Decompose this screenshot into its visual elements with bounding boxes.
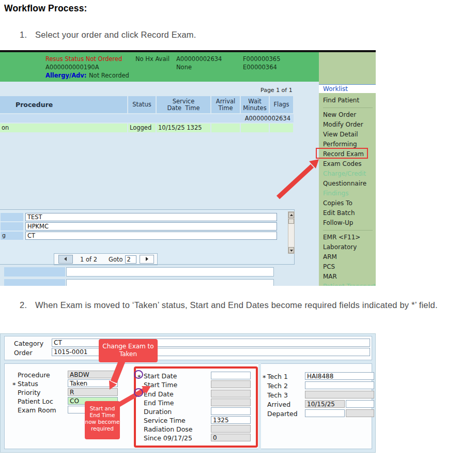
status-label: Status [18,380,38,388]
cell-arrival [211,124,240,132]
panel-divider [258,363,261,449]
scroll-down-icon[interactable] [288,247,294,253]
record-exam-highlight-box [316,148,368,159]
goto-input[interactable]: 2 [125,255,136,264]
lower-field-2[interactable] [66,279,274,286]
sidebar-item-laboratory[interactable]: Laboratory [319,242,376,252]
screenshot-worklist: Resus Status Not Ordered No Hx Avail A00… [0,50,376,286]
field-label [1,222,23,231]
prev-page-button[interactable] [58,255,73,264]
status-field[interactable]: Taken [68,379,118,387]
scroll-up-icon[interactable] [288,212,294,218]
sidebar-item-worklist[interactable]: Worklist [319,84,376,93]
required-fields-highlight-box [134,366,258,448]
next-page-button[interactable] [140,255,154,264]
column-status[interactable]: Status [128,96,156,113]
account-number: A00000002634 [176,55,222,63]
required-circle-end-date [134,388,143,397]
sidebar-item-mar[interactable]: MAR [319,272,376,282]
detail-field-1[interactable]: TEST [25,213,277,221]
departed-time-field [346,409,374,417]
account-group-row: A00000002634 [0,114,294,122]
page-indicator: Page 1 of 1 [260,87,293,94]
sidebar-item-arm[interactable]: ARM [319,252,376,262]
step-1-text: Select your order and click Record Exam. [35,28,476,41]
f-number: F000000365 [243,55,280,63]
column-procedure[interactable]: Procedure [0,96,127,113]
sidebar-item-patient-transport: Patient Transport [319,282,376,286]
required-marker: * [263,374,266,381]
callout-change-exam-to-taken: Change Exam to Taken [99,339,158,362]
priority-label: Priority [18,389,41,396]
none-value: None [176,64,192,71]
departed-label: Departed [267,410,298,418]
procedure-label: Procedure [18,371,50,379]
sidebar-item-follow-up[interactable]: Follow-Up [319,218,376,228]
sidebar-item-charge-credit: Charge/Credit [319,169,376,179]
cell-wait [241,124,269,132]
field-label [1,213,23,221]
sidebar-item-modify-order[interactable]: Modify Order [319,120,376,130]
exam-room-label: Exam Room [18,406,56,414]
cell-procedure: on [0,124,127,132]
tech2-field[interactable] [305,381,374,389]
allergy-label: Allergy/Adv: [45,72,86,79]
sidebar-divider [319,228,376,233]
left-triangle-icon [64,257,67,261]
sidebar-item-exam-codes[interactable]: Exam Codes [319,159,376,169]
cell-status: Logged [128,124,156,132]
column-wait-minutes[interactable]: WaitMinutes [241,96,269,113]
priority-field: R [68,388,118,396]
vertical-scrollbar[interactable] [288,211,295,254]
sidebar-item-new-order[interactable]: New Order [319,110,376,120]
tech3-label: Tech 3 [267,391,288,399]
table-row[interactable]: on Logged 10/15/25 1325 [0,124,293,132]
tech3-field [305,391,374,398]
worklist-table-header: Procedure Status ServiceDate Time Arriva… [0,96,293,113]
page-position: 1 of 2 [80,256,97,263]
sidebar-item-edit-batch[interactable]: Edit Batch [319,208,376,218]
step-2-text: When Exam is moved to ‘Taken’ status, St… [35,299,476,311]
allergy-value: Not Recorded [89,72,129,79]
page-title: Workflow Process: [4,3,87,14]
field-label: g [1,232,23,240]
tech2-label: Tech 2 [267,382,288,390]
pagination: 1 of 2 Goto 2 [54,253,158,265]
procedure-field: ABDW [68,371,118,378]
screenshot-record-exam-form: Category CT Order 1015-0001 Procedure AB… [0,333,376,453]
resus-status: Resus Status Not Ordered [45,55,122,63]
sidebar-item-emr[interactable]: EMR <F11> [319,233,376,242]
lower-field-1[interactable] [66,267,274,277]
sidebar-item-find-patient[interactable]: Find Patient [319,96,376,105]
cell-service: 10/15/25 1325 [157,124,210,132]
lower-panel [4,264,289,286]
arrived-label: Arrived [267,401,290,408]
sidebar-item-pcs[interactable]: PCS [319,262,376,272]
column-service-date-time[interactable]: ServiceDate Time [157,96,210,113]
scrollbar-thumb[interactable] [288,219,294,224]
sidebar-item-view-detail[interactable]: View Detail [319,130,376,140]
tech1-label: Tech 1 [267,373,288,380]
arrived-date-field: 10/15/25 [305,400,345,408]
sidebar-menu: Worklist Find Patient New Order Modify O… [319,52,376,286]
departed-date-field[interactable] [305,409,345,417]
column-arrival-time[interactable]: ArrivalTime [211,96,240,113]
mrn: A000000000190A [45,64,99,71]
callout-start-end-required: Start and End Time now become required [85,401,120,439]
step-1-number: 1. [20,28,27,41]
required-marker: * [12,381,16,388]
patient-loc-label: Patient Loc [18,397,53,405]
cell-flags [270,124,293,132]
detail-field-3[interactable]: CT [25,232,277,240]
column-flags[interactable]: Flags [270,96,293,113]
sidebar-item-copies-to[interactable]: Copies To [319,198,376,208]
sidebar-divider [319,105,376,110]
arrived-time-field[interactable] [346,400,374,408]
sidebar-item-questionnaire[interactable]: Questionnaire [319,179,376,189]
detail-field-2[interactable]: HPKMC [25,222,277,231]
tech1-field[interactable]: HAI8488 [305,372,374,380]
field-label-cell [4,279,65,286]
right-triangle-icon [146,257,148,261]
no-hx-avail: No Hx Avail [135,55,170,63]
goto-label: Goto [109,256,123,263]
